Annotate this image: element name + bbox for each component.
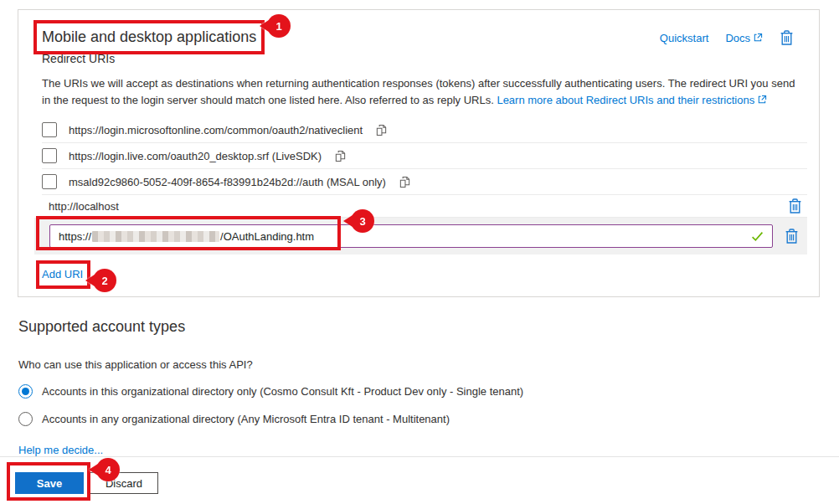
docs-link-label: Docs [725,32,750,44]
trash-icon [780,30,794,45]
badge-tail [85,275,95,286]
help-me-decide-link[interactable]: Help me decide... [18,444,103,456]
footer-command-bar: Save 4 Discard [15,472,158,494]
badge-number: 3 [359,215,365,228]
delete-uri-button[interactable] [785,229,799,244]
redirect-uris-description: The URIs we will accept as destinations … [42,75,797,109]
valid-checkmark-icon [751,231,764,242]
uri-row-localhost: http://localhost [42,195,807,218]
copy-icon [334,150,347,162]
quickstart-link[interactable]: Quickstart [660,32,709,44]
badge-number: 2 [102,275,108,287]
badge-number: 4 [105,464,111,476]
redacted-url-segment [92,231,219,242]
copy-uri-button[interactable] [399,176,411,188]
account-type-option-multitenant[interactable]: Accounts in any organizational directory… [18,412,523,426]
radio-unselected-icon[interactable] [18,412,33,426]
add-uri-link[interactable]: Add URI [42,268,83,280]
platform-card-title: Mobile and desktop applications [42,28,256,46]
option-label: Accounts in this organizational director… [42,385,523,398]
copy-icon [375,124,388,136]
badge-tail [89,464,98,476]
uri-input-prefix: https:// [59,230,91,243]
uri-label: http://localhost [49,200,119,213]
uri-checkbox[interactable] [42,148,57,163]
copy-uri-button[interactable] [375,124,388,136]
uri-checkbox[interactable] [42,122,57,137]
app-authentication-page: Mobile and desktop applications 1 Quicks… [0,0,839,504]
mobile-desktop-platform-card: Mobile and desktop applications 1 Quicks… [18,9,820,297]
radio-selected-icon[interactable] [18,384,33,399]
uri-label: https://login.microsoftonline.com/common… [69,124,363,136]
uri-label: https://login.live.com/oauth20_desktop.s… [69,150,322,162]
save-button[interactable]: Save [15,472,84,494]
redirect-uri-list: https://login.microsoftonline.com/common… [42,117,807,255]
docs-link[interactable]: Docs [725,32,763,44]
uri-input-row: https:///OAuthLanding.htm 3 [34,218,807,255]
annotation-badge-3: 3 [351,209,374,233]
redirect-uri-input[interactable]: https:///OAuthLanding.htm [49,224,773,248]
uri-row: https://login.microsoftonline.com/common… [42,117,807,143]
uri-checkbox[interactable] [42,174,57,189]
uri-row: msald92c9860-5052-409f-8654-f83991b24b2d… [42,169,807,195]
delete-uri-button[interactable] [788,198,802,213]
badge-tail [343,215,353,227]
redirect-uris-heading: Redirect URIs [42,52,819,65]
external-link-icon [753,33,763,43]
uri-label: msald92c9860-5052-409f-8654-f83991b24b2d… [69,176,386,188]
trash-icon [785,229,799,244]
badge-number: 1 [276,20,282,33]
card-header-actions: Quickstart Docs [660,30,794,45]
account-types-heading: Supported account types [18,318,523,336]
badge-tail [260,20,269,32]
annotation-badge-2: 2 [93,269,116,292]
copy-uri-button[interactable] [334,150,347,162]
annotation-badge-4: 4 [96,458,120,481]
account-type-option-single-tenant[interactable]: Accounts in this organizational director… [18,384,523,399]
footer-divider [0,456,839,457]
uri-input-suffix: /OAuthLanding.htm [220,230,314,243]
card-header: Mobile and desktop applications 1 Quicks… [18,10,819,46]
trash-icon [788,198,802,213]
uri-row: https://login.live.com/oauth20_desktop.s… [42,143,807,169]
external-link-icon [757,95,767,105]
account-types-question: Who can use this application or access t… [18,358,523,371]
learn-more-link[interactable]: Learn more about Redirect URIs and their… [497,94,754,106]
annotation-badge-1: 1 [267,14,291,38]
supported-account-types-section: Supported account types Who can use this… [18,318,523,457]
delete-platform-button[interactable] [780,30,794,45]
option-label: Accounts in any organizational directory… [42,413,450,425]
copy-icon [399,176,411,188]
